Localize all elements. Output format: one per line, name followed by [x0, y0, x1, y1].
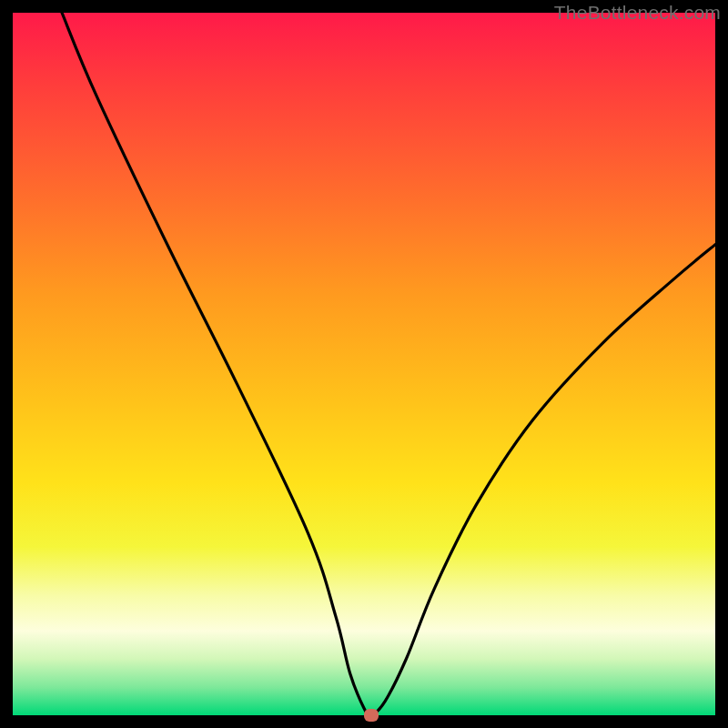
watermark-text: TheBottleneck.com — [554, 2, 721, 24]
bottleneck-curve — [62, 13, 715, 715]
bottleneck-curve-svg — [13, 13, 715, 715]
optimal-point-marker — [364, 709, 379, 722]
